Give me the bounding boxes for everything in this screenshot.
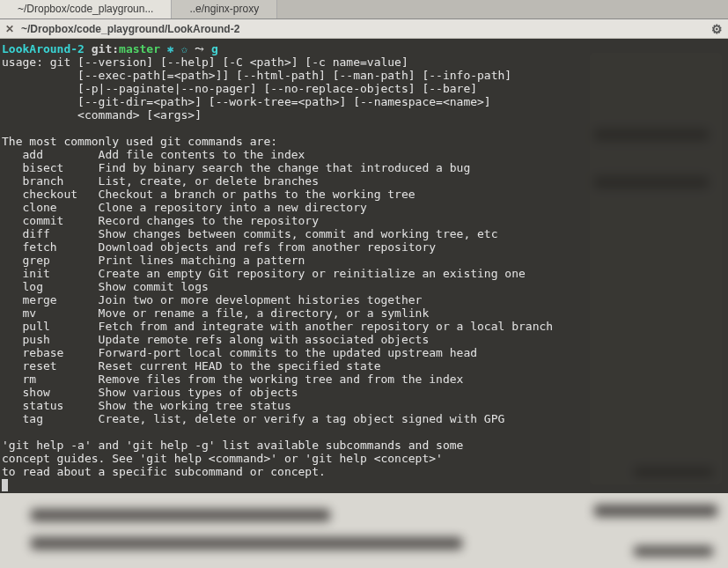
blank-line-2 <box>2 425 726 439</box>
command-row: bisect Find by binary search the change … <box>2 161 726 174</box>
command-row: rm Remove files from the working tree an… <box>2 373 726 386</box>
command-row: fetch Download objects and refs from ano… <box>2 240 726 254</box>
close-icon[interactable]: ✕ <box>5 24 14 34</box>
command-row: mv Move or rename a file, a directory, o… <box>2 306 726 320</box>
usage-block: usage: git [--version] [--help] [-C <pat… <box>2 55 726 122</box>
usage-line: [-p|--paginate|--no-pager] [--no-replace… <box>2 82 726 95</box>
command-row: diff Show changes between commits, commi… <box>2 227 726 240</box>
terminal-cursor <box>2 479 8 491</box>
command-row: add Add file contents to the index <box>2 148 726 161</box>
footer-line: 'git help -a' and 'git help -g' list ava… <box>2 439 726 452</box>
command-row: clone Clone a repository into a new dire… <box>2 201 726 214</box>
tab-bar: ~/Dropbox/code_playgroun... ..e/nginx-pr… <box>0 0 728 19</box>
command-row: init Create an empty Git repository or r… <box>2 267 726 280</box>
prompt-git-label: git: <box>92 42 119 55</box>
terminal-pane[interactable]: LookAround-2 git:master ✱ ✩ ⤳ g usage: g… <box>0 39 728 493</box>
command-row: push Update remote refs along with assoc… <box>2 333 726 346</box>
prompt-cwd: LookAround-2 <box>2 42 85 55</box>
usage-line: usage: git [--version] [--help] [-C <pat… <box>2 55 726 69</box>
prompt-flag-1: ✱ ✩ <box>160 42 195 55</box>
prompt-line: LookAround-2 git:master ✱ ✩ ⤳ g <box>2 42 726 55</box>
command-row: grep Print lines matching a pattern <box>2 254 726 267</box>
command-row: status Show the working tree status <box>2 399 726 412</box>
footer-block: 'git help -a' and 'git help -g' list ava… <box>2 439 726 478</box>
command-row: log Show commit logs <box>2 280 726 293</box>
cursor-line <box>2 478 726 491</box>
usage-line: <command> [<args>] <box>2 108 726 122</box>
command-row: checkout Checkout a branch or paths to t… <box>2 188 726 201</box>
gear-icon[interactable]: ⚙ <box>711 22 723 36</box>
command-row: commit Record changes to the repository <box>2 214 726 227</box>
command-list: add Add file contents to the index bisec… <box>2 148 726 425</box>
blank-line-1 <box>2 122 726 135</box>
command-row: pull Fetch from and integrate with anoth… <box>2 320 726 333</box>
section-heading: The most commonly used git commands are: <box>2 135 726 148</box>
command-row: reset Reset current HEAD to the specifie… <box>2 359 726 373</box>
usage-line: [--exec-path[=<path>]] [--html-path] [--… <box>2 69 726 82</box>
usage-line: [--git-dir=<path>] [--work-tree=<path>] … <box>2 95 726 108</box>
command-row: merge Join two or more development histo… <box>2 293 726 306</box>
footer-line: to read about a specific subcommand or c… <box>2 465 726 478</box>
command-row: rebase Forward-port local commits to the… <box>2 346 726 359</box>
current-path: ~/Dropbox/code_playground/LookAround-2 <box>21 23 239 35</box>
footer-line: concept guides. See 'git help <command>'… <box>2 452 726 465</box>
window-path-bar: ✕ ~/Dropbox/code_playground/LookAround-2… <box>0 19 728 39</box>
prompt-arrow: ⤳ <box>195 42 204 55</box>
command-row: tag Create, list, delete or verify a tag… <box>2 412 726 425</box>
command-row: show Show various types of objects <box>2 386 726 399</box>
prompt-branch: master <box>119 42 160 55</box>
tab-terminal-1[interactable]: ~/Dropbox/code_playgroun... <box>0 0 172 18</box>
command-row: branch List, create, or delete branches <box>2 174 726 188</box>
prompt-typed: g <box>204 42 218 55</box>
tab-terminal-2[interactable]: ..e/nginx-proxy <box>172 0 277 18</box>
